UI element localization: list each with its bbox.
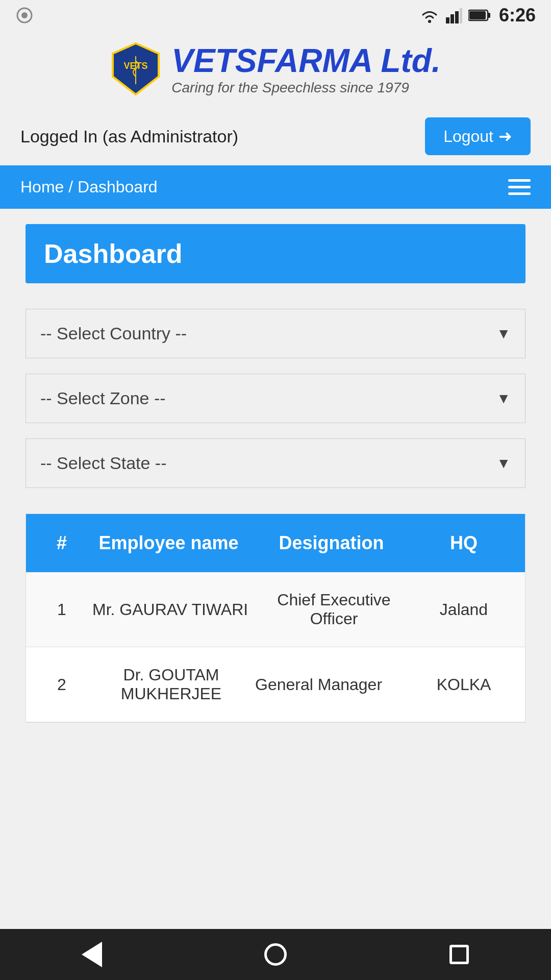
status-left-icons bbox=[15, 6, 34, 24]
cell-name-1: Mr. GAURAV TIWARI bbox=[87, 591, 250, 628]
svg-point-1 bbox=[21, 12, 28, 18]
company-logo-icon: VETS bbox=[110, 41, 161, 97]
logged-in-label: Logged In (as Administrator) bbox=[20, 127, 238, 146]
company-tagline: Caring for the Speechless since 1979 bbox=[171, 80, 440, 96]
state-placeholder: -- Select State -- bbox=[40, 453, 167, 473]
svg-point-2 bbox=[428, 20, 431, 23]
cell-hq-1: Jaland bbox=[413, 591, 515, 628]
col-header-hq: HQ bbox=[413, 532, 515, 554]
svg-rect-6 bbox=[460, 8, 462, 23]
breadcrumb: Home / Dashboard bbox=[20, 178, 158, 197]
zone-dropdown-arrow-icon: ▼ bbox=[496, 390, 511, 407]
cell-designation-2: General Manager bbox=[250, 666, 413, 703]
table-row: 2 Dr. GOUTAM MUKHERJEE General Manager K… bbox=[26, 647, 525, 722]
wifi-icon bbox=[419, 7, 440, 23]
header: VETS VETSFARMA Ltd. Caring for the Speec… bbox=[0, 31, 551, 107]
spinner-icon bbox=[15, 6, 34, 24]
back-arrow-icon bbox=[82, 942, 102, 967]
logout-button[interactable]: Logout ➜ bbox=[425, 117, 531, 155]
col-header-num: # bbox=[36, 532, 87, 554]
content-area: -- Select Country -- ▼ -- Select Zone --… bbox=[0, 283, 551, 929]
select-country-dropdown[interactable]: -- Select Country -- ▼ bbox=[26, 309, 525, 358]
cell-num-2: 2 bbox=[36, 666, 87, 703]
signal-icons bbox=[419, 7, 491, 23]
spacer-2 bbox=[26, 358, 525, 374]
logout-arrow-icon: ➜ bbox=[498, 127, 512, 146]
cell-name-2: Dr. GOUTAM MUKHERJEE bbox=[87, 666, 250, 703]
home-button[interactable] bbox=[258, 937, 293, 972]
clock: 6:26 bbox=[499, 5, 536, 26]
svg-rect-3 bbox=[446, 17, 449, 23]
col-header-designation: Designation bbox=[250, 532, 413, 554]
spacer-1 bbox=[26, 293, 525, 309]
cell-designation-1: Chief Executive Officer bbox=[250, 591, 413, 628]
logo-container: VETS VETSFARMA Ltd. Caring for the Speec… bbox=[110, 41, 440, 97]
battery-icon bbox=[468, 8, 491, 22]
cell-hq-2: KOLKA bbox=[413, 666, 515, 703]
table-row: 1 Mr. GAURAV TIWARI Chief Executive Offi… bbox=[26, 572, 525, 647]
bottom-nav-bar bbox=[0, 929, 551, 980]
spacer-4 bbox=[26, 488, 525, 503]
employee-table: # Employee name Designation HQ 1 Mr. GAU… bbox=[26, 513, 525, 723]
select-zone-dropdown[interactable]: -- Select Zone -- ▼ bbox=[26, 374, 525, 423]
col-header-name: Employee name bbox=[87, 532, 250, 554]
logo-text: VETSFARMA Ltd. Caring for the Speechless… bbox=[171, 42, 440, 96]
status-right-icons: 6:26 bbox=[419, 5, 536, 26]
home-circle-icon bbox=[264, 943, 287, 966]
nav-bar: Home / Dashboard bbox=[0, 165, 551, 209]
page-title: Dashboard bbox=[44, 238, 507, 269]
status-bar: 6:26 bbox=[0, 0, 551, 31]
recents-square-icon bbox=[449, 945, 469, 964]
back-button[interactable] bbox=[74, 937, 110, 972]
logout-label: Logout bbox=[443, 127, 493, 146]
select-state-dropdown[interactable]: -- Select State -- ▼ bbox=[26, 438, 525, 488]
recents-button[interactable] bbox=[441, 937, 477, 972]
dashboard-title-bar: Dashboard bbox=[26, 224, 525, 283]
svg-rect-5 bbox=[455, 11, 459, 23]
hamburger-menu-button[interactable] bbox=[508, 179, 531, 195]
table-header-row: # Employee name Designation HQ bbox=[26, 514, 525, 572]
country-placeholder: -- Select Country -- bbox=[40, 324, 187, 344]
spacer-3 bbox=[26, 423, 525, 438]
signal-icon bbox=[446, 7, 462, 23]
svg-rect-9 bbox=[469, 11, 486, 19]
hamburger-line-2 bbox=[508, 186, 531, 188]
hamburger-line-1 bbox=[508, 179, 531, 182]
auth-bar: Logged In (as Administrator) Logout ➜ bbox=[0, 107, 551, 165]
svg-rect-8 bbox=[488, 13, 490, 18]
state-dropdown-arrow-icon: ▼ bbox=[496, 455, 511, 472]
svg-rect-4 bbox=[450, 14, 454, 23]
country-dropdown-arrow-icon: ▼ bbox=[496, 326, 511, 342]
hamburger-line-3 bbox=[508, 192, 531, 195]
zone-placeholder: -- Select Zone -- bbox=[40, 388, 166, 408]
company-name: VETSFARMA Ltd. bbox=[171, 42, 440, 80]
cell-num-1: 1 bbox=[36, 591, 87, 628]
